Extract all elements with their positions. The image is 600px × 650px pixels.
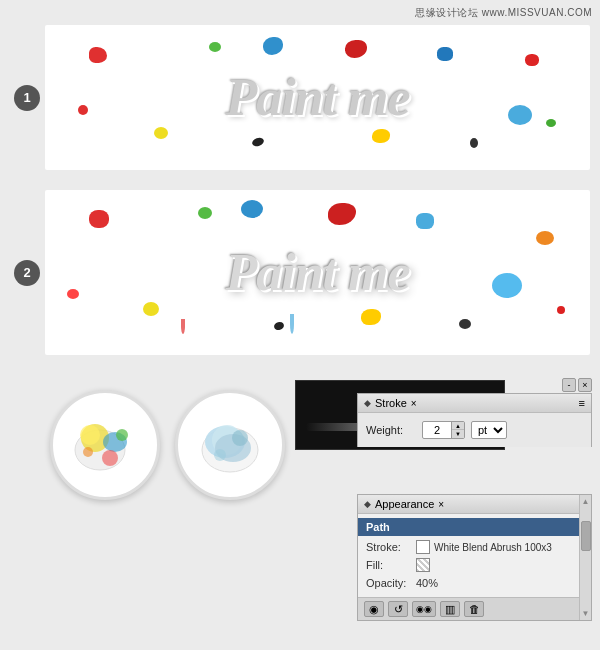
- panel-scrollbar[interactable]: ▲ ▼: [579, 495, 591, 620]
- weight-down-btn[interactable]: ▼: [452, 430, 464, 438]
- toolbar-btn-3[interactable]: ◉◉: [412, 601, 436, 617]
- watermark: 思缘设计论坛 www.MISSVUAN.COM: [415, 6, 592, 20]
- stroke-app-label: Stroke:: [366, 541, 416, 553]
- opacity-row: Opacity: 40%: [358, 575, 591, 593]
- appearance-panel: ◆ Appearance × ≡ Path Stroke: White Blen…: [357, 494, 592, 621]
- step-badge-1: 1: [14, 85, 40, 111]
- svg-point-11: [232, 430, 248, 446]
- path-label: Path: [366, 521, 390, 533]
- stroke-weight-row: Weight: ▲ ▼ pt: [366, 418, 583, 442]
- appearance-diamond-icon: ◆: [364, 499, 371, 509]
- step-badge-2: 2: [14, 260, 40, 286]
- window-controls: - ×: [357, 378, 592, 392]
- weight-control[interactable]: ▲ ▼: [422, 421, 465, 439]
- section-1: 1 Pain: [0, 20, 600, 175]
- paint-me-text-1: Paint me: [225, 68, 409, 127]
- appearance-panel-title: Appearance: [375, 498, 434, 510]
- stroke-app-value: White Blend Abrush 100x3: [434, 542, 583, 553]
- minimize-btn[interactable]: -: [562, 378, 576, 392]
- appearance-toolbar: ◉ ↺ ◉◉ ▥ 🗑: [358, 597, 591, 620]
- stroke-appearance-row: Stroke: White Blend Abrush 100x3: [358, 536, 591, 556]
- stroke-menu-icon[interactable]: ≡: [579, 397, 585, 409]
- circle-art-1: [53, 393, 157, 497]
- circle-art-2: [178, 393, 282, 497]
- toolbar-btn-5[interactable]: 🗑: [464, 601, 484, 617]
- bottom-left: [0, 375, 335, 650]
- circle-svg-2: [185, 400, 275, 490]
- circle-item-2: [175, 390, 285, 500]
- close-btn[interactable]: ×: [578, 378, 592, 392]
- stroke-panel-body: Weight: ▲ ▼ pt: [358, 413, 591, 447]
- path-row: Path: [358, 518, 591, 536]
- appearance-panel-title-group: ◆ Appearance ×: [364, 498, 444, 510]
- toolbar-btn-4[interactable]: ▥: [440, 601, 460, 617]
- toolbar-btn-1[interactable]: ◉: [364, 601, 384, 617]
- weight-label: Weight:: [366, 424, 416, 436]
- appearance-panel-header: ◆ Appearance × ≡: [358, 495, 591, 514]
- circle-item-1: [50, 390, 160, 500]
- stroke-panel-title-group: ◆ Stroke ×: [364, 397, 417, 409]
- appearance-close-icon[interactable]: ×: [438, 499, 444, 510]
- stroke-close-icon[interactable]: ×: [411, 398, 417, 409]
- section-2: 2 Paint me: [0, 185, 600, 360]
- weight-arrows: ▲ ▼: [451, 422, 464, 438]
- svg-point-6: [83, 447, 93, 457]
- fill-app-label: Fill:: [366, 559, 416, 571]
- scroll-down-arrow[interactable]: ▼: [582, 609, 590, 618]
- fill-appearance-row: Fill:: [358, 556, 591, 575]
- svg-point-12: [214, 449, 226, 461]
- appearance-panel-body: Path Stroke: White Blend Abrush 100x3 Fi…: [358, 514, 591, 597]
- stroke-panel-header: ◆ Stroke × ≡: [358, 394, 591, 413]
- svg-point-4: [102, 450, 118, 466]
- scroll-thumb[interactable]: [581, 521, 591, 551]
- scroll-up-arrow[interactable]: ▲: [582, 497, 590, 506]
- opacity-label: Opacity:: [366, 577, 416, 589]
- paint-me-text-2: Paint me: [225, 243, 409, 302]
- main-area: 思缘设计论坛 www.MISSVUAN.COM 1: [0, 0, 600, 650]
- art-canvas-2: Paint me: [45, 190, 590, 355]
- svg-point-5: [116, 429, 128, 441]
- stroke-panel-title: Stroke: [375, 397, 407, 409]
- toolbar-btn-2[interactable]: ↺: [388, 601, 408, 617]
- weight-input[interactable]: [423, 423, 451, 437]
- panels-container: - × ◆ Stroke × ≡ Weight: ▲: [357, 378, 592, 576]
- art-canvas-1: Paint me: [45, 25, 590, 170]
- svg-point-2: [80, 425, 100, 445]
- stroke-panel: ◆ Stroke × ≡ Weight: ▲ ▼: [357, 393, 592, 447]
- weight-unit-select[interactable]: pt: [471, 421, 507, 439]
- circle-svg-1: [60, 400, 150, 490]
- fill-swatch[interactable]: [416, 558, 430, 572]
- opacity-value: 40%: [416, 577, 583, 589]
- stroke-diamond-icon: ◆: [364, 398, 371, 408]
- stroke-swatch[interactable]: [416, 540, 430, 554]
- weight-up-btn[interactable]: ▲: [452, 422, 464, 430]
